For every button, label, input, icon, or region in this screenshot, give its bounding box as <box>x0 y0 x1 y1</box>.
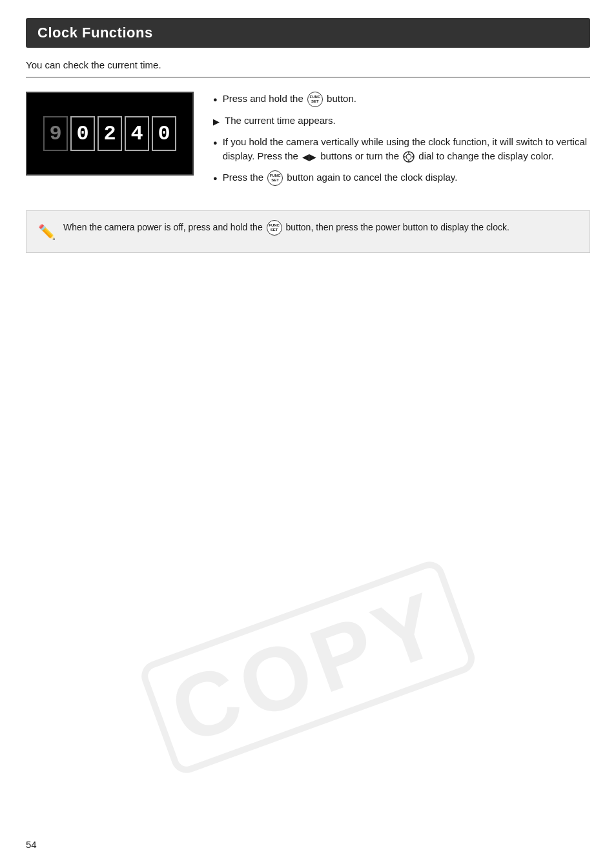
subtitle: You can check the current time. <box>26 59 590 70</box>
instruction-3: ● If you hold the camera vertically whil… <box>213 135 590 164</box>
digit-2: 2 <box>98 116 122 151</box>
func-set-button-icon-3: FUNCSET <box>267 220 282 236</box>
digit-last-0: 0 <box>152 116 176 151</box>
instruction-2-text: The current time appears. <box>225 114 336 128</box>
instructions-list: ● Press and hold the FUNCSET button. ▶ T… <box>213 92 590 192</box>
copy-watermark: COPY <box>137 558 478 778</box>
digit-0: 0 <box>70 116 95 151</box>
func-set-button-icon-2: FUNCSET <box>267 170 283 186</box>
page-number: 54 <box>26 839 37 850</box>
dial-icon <box>403 151 415 163</box>
lr-arrows-icon: ◀▶ <box>302 152 316 162</box>
svg-point-1 <box>406 154 411 159</box>
digit-9: 9 <box>43 116 68 151</box>
clock-display-image: 9 0 2 4 0 <box>26 92 194 176</box>
instruction-3-text: If you hold the camera vertically while … <box>223 135 590 164</box>
instruction-4: ● Press the FUNCSET button again to canc… <box>213 170 590 186</box>
bullet-circle-3: ● <box>213 137 218 148</box>
page-title: Clock Functions <box>37 25 579 41</box>
title-bar: Clock Functions <box>26 18 590 48</box>
pencil-icon: ✏️ <box>38 221 56 243</box>
digit-4: 4 <box>125 116 149 151</box>
func-set-button-icon-1: FUNCSET <box>307 92 323 107</box>
instruction-2: ▶ The current time appears. <box>213 114 590 128</box>
note-text: When the camera power is off, press and … <box>63 220 509 236</box>
clock-digits: 9 0 2 4 0 <box>43 116 176 151</box>
instruction-1: ● Press and hold the FUNCSET button. <box>213 92 590 107</box>
bullet-triangle-2: ▶ <box>213 116 220 128</box>
section-divider <box>26 77 590 77</box>
instruction-4-text: Press the FUNCSET button again to cancel… <box>223 170 458 186</box>
instruction-1-text: Press and hold the FUNCSET button. <box>223 92 356 107</box>
main-content-row: 9 0 2 4 0 ● Press and hold the <box>26 92 590 192</box>
note-box: ✏️ When the camera power is off, press a… <box>26 210 590 253</box>
bullet-circle-1: ● <box>213 94 218 105</box>
bullet-circle-4: ● <box>213 173 218 184</box>
